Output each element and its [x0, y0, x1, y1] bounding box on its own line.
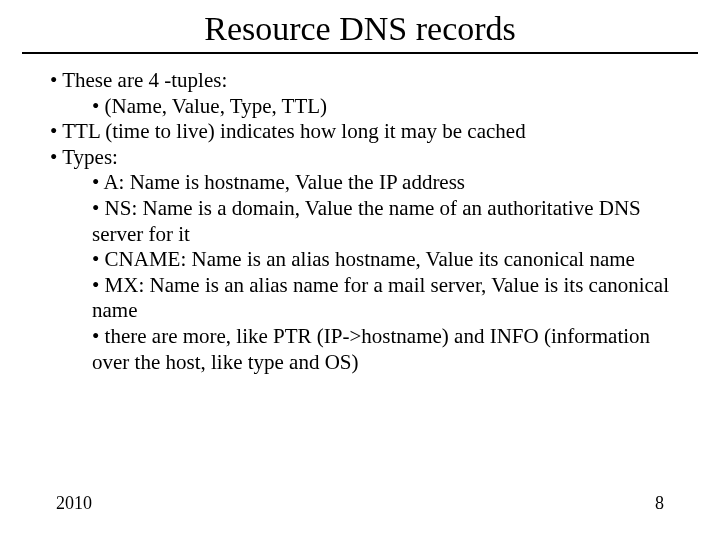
- bullet-item: • there are more, like PTR (IP->hostname…: [92, 324, 670, 375]
- footer-page-number: 8: [655, 493, 664, 514]
- footer-year: 2010: [56, 493, 92, 514]
- bullet-item: • NS: Name is a domain, Value the name o…: [92, 196, 670, 247]
- slide-body: • These are 4 -tuples: • (Name, Value, T…: [0, 54, 720, 375]
- bullet-item: • CNAME: Name is an alias hostname, Valu…: [92, 247, 670, 273]
- slide-footer: 2010 8: [0, 493, 720, 514]
- slide: Resource DNS records • These are 4 -tupl…: [0, 0, 720, 540]
- slide-title: Resource DNS records: [0, 0, 720, 52]
- bullet-item: • (Name, Value, Type, TTL): [92, 94, 670, 120]
- bullet-item: • A: Name is hostname, Value the IP addr…: [92, 170, 670, 196]
- bullet-item: • TTL (time to live) indicates how long …: [50, 119, 670, 145]
- bullet-item: • These are 4 -tuples:: [50, 68, 670, 94]
- bullet-item: • MX: Name is an alias name for a mail s…: [92, 273, 670, 324]
- bullet-item: • Types:: [50, 145, 670, 171]
